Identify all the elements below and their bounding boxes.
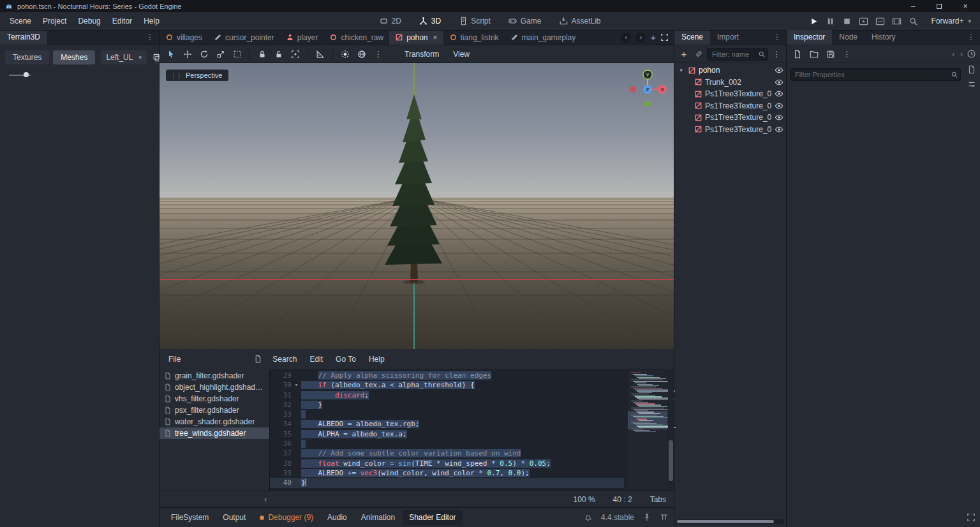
code-minimap[interactable]	[628, 370, 667, 489]
shader-menu-help[interactable]: Help	[362, 352, 391, 367]
uv-region-dropdown[interactable]: Left_UL ▾	[101, 50, 147, 64]
bottom-panel-debugger-9[interactable]: Debugger (9)	[253, 510, 320, 525]
code-line[interactable]: 36	[270, 439, 624, 449]
next-object-button[interactable]: ›	[959, 49, 964, 59]
shader-file-tree-winds-gdshader[interactable]: tree_winds.gdshader	[160, 427, 269, 439]
scene-node-pohon[interactable]: ▾pohon	[674, 64, 786, 77]
visibility-toggle-icon[interactable]	[775, 78, 783, 87]
scene-tab-player[interactable]: player	[280, 30, 324, 45]
slider-knob[interactable]	[24, 72, 29, 77]
pause-button[interactable]	[823, 14, 838, 28]
fold-toggle-icon[interactable]: ▾	[292, 380, 301, 390]
scene-dock-tab-import[interactable]: Import	[710, 30, 746, 45]
viewport-3d[interactable]: Y X Z ⋮⋮ Perspective	[160, 63, 674, 349]
scene-node-trunk-002[interactable]: Trunk_002	[674, 77, 786, 89]
doc-icon[interactable]	[967, 65, 976, 74]
visibility-toggle-icon[interactable]	[775, 66, 783, 75]
pin-bottom-panel-icon[interactable]	[642, 513, 651, 522]
load-resource-button[interactable]	[807, 47, 820, 61]
ruler-button[interactable]	[313, 47, 328, 61]
new-resource-button[interactable]	[791, 47, 804, 61]
dock-options-icon[interactable]: ⋮	[768, 30, 786, 45]
workspace-script[interactable]: Script	[452, 15, 497, 27]
extra-options-button[interactable]: ⋮	[371, 47, 386, 61]
scene-tab-main-gameplay[interactable]: main_gameplay	[505, 30, 582, 45]
menu-debug[interactable]: Debug	[72, 14, 106, 28]
shader-menu-edit[interactable]: Edit	[303, 352, 329, 367]
tune-icon[interactable]	[967, 80, 976, 89]
next-tab-button[interactable]: ›	[635, 33, 646, 43]
toggle-files-panel-button[interactable]	[251, 352, 265, 366]
shader-file-object-highlight-gdshad[interactable]: object_highlight.gdshad…	[160, 382, 269, 393]
code-line[interactable]: 39 ALBEDO += vec3(wind_color, wind_color…	[270, 468, 624, 478]
terrain-tool-meshes[interactable]: Meshes	[53, 50, 95, 64]
workspace-assetlib[interactable]: AssetLib	[553, 15, 607, 27]
menu-view[interactable]: View	[446, 47, 477, 61]
visibility-toggle-icon[interactable]	[775, 125, 783, 134]
code-line[interactable]: 34 ALBEDO = albedo_tex.rgb;	[270, 419, 624, 429]
sun-button[interactable]	[338, 47, 353, 61]
scene-tab-pohon[interactable]: pohon×	[389, 30, 443, 45]
new-scene-tab-button[interactable]: +	[650, 33, 656, 42]
axis-gizmo[interactable]: Y X Z	[627, 68, 669, 110]
size-slider[interactable]	[9, 71, 31, 78]
shader-file-water-shader-gdshader[interactable]: water_shader.gdshader	[160, 416, 269, 427]
menu-help[interactable]: Help	[138, 14, 165, 28]
bottom-panel-animation[interactable]: Animation	[355, 510, 401, 525]
shader-menu-go-to[interactable]: Go To	[329, 352, 362, 367]
group-button[interactable]	[288, 47, 303, 61]
mag-button[interactable]	[906, 14, 921, 28]
cursor-button[interactable]	[163, 47, 179, 61]
bottom-panel-audio[interactable]: Audio	[321, 510, 353, 525]
visibility-toggle-icon[interactable]	[775, 101, 783, 110]
code-editor[interactable]: 29 // Apply alpha scissoring for clean e…	[269, 369, 674, 491]
play-custom-button[interactable]	[873, 14, 887, 28]
tab-terrain3d[interactable]: Terrain3D	[0, 30, 47, 45]
add-node-button[interactable]: +	[678, 48, 690, 61]
code-line[interactable]: 37 // Add some subtle color variation ba…	[270, 449, 624, 458]
prev-tab-button[interactable]: ‹	[621, 33, 631, 43]
menu-scene[interactable]: Scene	[4, 14, 37, 28]
code-line[interactable]: 35 ALPHA = albedo_tex.a;	[270, 429, 624, 439]
expand-panel-icon[interactable]	[967, 513, 976, 522]
scene-node-ps1tree3texture-0[interactable]: Ps1Tree3Texture_0	[674, 88, 786, 100]
code-line[interactable]: 31 discard;	[270, 390, 624, 400]
workspace-game[interactable]: Game	[502, 15, 548, 27]
visibility-toggle-icon[interactable]	[775, 89, 783, 98]
stop-button[interactable]	[840, 14, 854, 28]
scene-tab-villages[interactable]: villages	[160, 30, 208, 45]
code-line[interactable]: 30▾ if (albedo_tex.a < alpha_threshold) …	[270, 380, 624, 390]
hscrollbar-thumb[interactable]	[677, 520, 774, 523]
movie-button[interactable]	[889, 14, 904, 28]
rotate-button[interactable]	[197, 47, 212, 61]
scene-node-ps1tree3texture-0[interactable]: Ps1Tree3Texture_0	[674, 100, 786, 112]
code-line[interactable]: 38 float wind_color = sin(TIME * wind_sp…	[270, 459, 624, 468]
shader-file-psx-filter-gdshader[interactable]: psx_filter.gdshader	[160, 405, 269, 416]
property-filter-input[interactable]	[790, 68, 961, 81]
scene-tab-chicken-raw[interactable]: chicken_raw	[323, 30, 389, 45]
indent-type[interactable]: Tabs	[650, 495, 666, 504]
box-select-button[interactable]	[230, 47, 245, 61]
scene-tab-tiang-listrik[interactable]: tiang_listrik	[443, 30, 505, 45]
prev-object-button[interactable]: ‹	[951, 49, 956, 59]
lock-button[interactable]	[255, 47, 270, 61]
close-button[interactable]: ×	[961, 2, 970, 11]
unlock-button[interactable]	[271, 47, 286, 61]
play-button[interactable]	[806, 14, 821, 28]
menu-editor[interactable]: Editor	[107, 14, 138, 28]
scale-button[interactable]	[213, 47, 228, 61]
scene-tree-hscrollbar[interactable]	[676, 519, 784, 524]
instance-scene-button[interactable]	[692, 48, 705, 61]
history-icon[interactable]	[967, 49, 976, 59]
notification-bell-icon[interactable]	[584, 513, 593, 522]
visibility-toggle-icon[interactable]	[775, 113, 783, 122]
save-resource-button[interactable]	[824, 47, 837, 61]
shader-file-vhs-filter-gdshader[interactable]: vhs_filter.gdshader	[160, 393, 269, 405]
scene-tab-cursor-pointer[interactable]: cursor_pointer	[208, 30, 280, 45]
perspective-menu[interactable]: ⋮⋮ Perspective	[166, 70, 228, 81]
scene-dock-tab-scene[interactable]: Scene	[674, 30, 710, 45]
neg-y-axis-ball[interactable]	[644, 101, 651, 107]
workspace-2d[interactable]: 2D	[373, 15, 407, 27]
bottom-panel-shader-editor[interactable]: Shader Editor	[403, 510, 462, 525]
play-scene-button[interactable]	[856, 14, 871, 28]
